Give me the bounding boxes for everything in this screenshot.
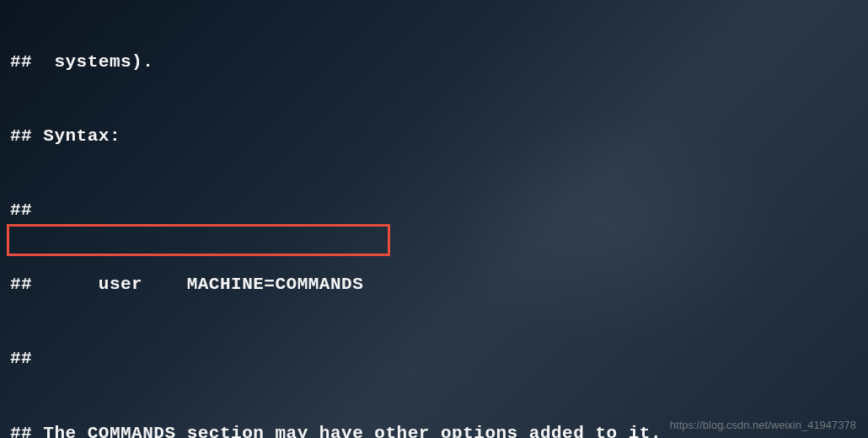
config-line: ## (10, 198, 858, 222)
watermark-text: https://blog.csdn.net/weixin_41947378 (670, 418, 856, 433)
terminal-editor[interactable]: ## systems). ## Syntax: ## ## user MACHI… (0, 0, 868, 438)
config-line: ## systems). (10, 50, 858, 74)
config-line: ## Syntax: (10, 124, 858, 148)
config-line: ## (10, 346, 858, 371)
config-line: ## user MACHINE=COMMANDS (10, 272, 858, 296)
